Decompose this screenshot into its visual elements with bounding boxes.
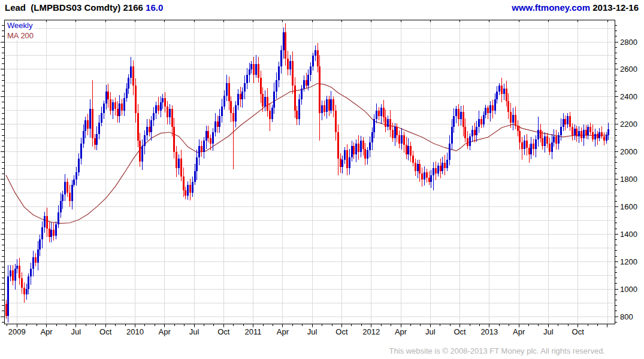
candle-body (512, 115, 514, 123)
candle-body (544, 136, 546, 146)
candle-body (419, 164, 421, 174)
candle-body (587, 127, 589, 135)
candle-body (530, 144, 532, 154)
candle-body (403, 135, 405, 145)
candle-body (569, 116, 571, 127)
copyright-text: This website is © 2008-2013 FT Money plc… (389, 346, 606, 355)
candle-body (73, 180, 75, 185)
ma-200-line (6, 84, 609, 224)
candle-body (283, 32, 285, 50)
candle-body (253, 64, 255, 75)
candle-body (187, 185, 189, 196)
candle-body (344, 150, 346, 160)
candle-body (64, 182, 66, 194)
candle-body (467, 138, 468, 147)
candle-body (462, 112, 464, 127)
candle-body (217, 121, 219, 127)
candle-body (528, 148, 530, 154)
candle-body (498, 86, 500, 91)
candle-body (141, 146, 143, 161)
price-chart: 8001000120014001600180020002200240026002… (0, 0, 644, 359)
candle-body (594, 134, 596, 139)
x-tick-label: Jul (71, 327, 81, 336)
candle-body (178, 159, 180, 168)
candle-body (332, 99, 334, 110)
candle-body (501, 86, 503, 94)
candle-body (603, 136, 605, 141)
candle-body (517, 126, 519, 131)
candle-body (144, 135, 146, 146)
candle-body (317, 50, 319, 67)
candle-body (260, 78, 262, 95)
x-tick-label: 2013 (480, 327, 498, 336)
candle-body (483, 115, 485, 124)
candle-body (280, 50, 282, 67)
candle-body (180, 159, 182, 177)
candle-body (201, 146, 202, 151)
y-tick-label: 2400 (620, 92, 637, 101)
x-tick-label: 2010 (126, 327, 144, 336)
x-tick-label: Apr (40, 327, 53, 336)
candle-body (69, 193, 71, 201)
candle-body (146, 127, 148, 135)
candle-body (489, 105, 491, 114)
candle-body (328, 99, 330, 110)
candle-body (506, 89, 507, 101)
candle-body (14, 269, 16, 281)
candle-body (94, 138, 96, 145)
candle-body (364, 149, 366, 159)
candle-body (264, 97, 266, 107)
candle-body (471, 130, 473, 136)
candle-body (367, 150, 368, 159)
candle-body (171, 109, 173, 127)
candle-body (430, 175, 432, 182)
candle-body (230, 101, 232, 114)
candle-body (126, 89, 128, 98)
candle-body (496, 92, 498, 100)
candle-body (107, 92, 109, 100)
y-axis-labels: 8001000120014001600180020002200240026002… (620, 38, 637, 321)
candle-body (153, 113, 155, 120)
candle-body (121, 104, 123, 110)
candle-body (75, 172, 77, 179)
candle-body (167, 107, 168, 117)
candle-body (426, 172, 428, 178)
candle-body (319, 66, 321, 113)
candle-body (292, 61, 294, 86)
x-tick-label: Jul (425, 327, 436, 336)
x-tick-label: Apr (277, 327, 289, 336)
candle-body (35, 257, 37, 263)
candle-body (392, 130, 394, 138)
candle-body (564, 119, 566, 124)
candle-body (44, 216, 46, 227)
candle-body (12, 270, 14, 281)
candle-body (323, 105, 325, 112)
candle-body (278, 66, 280, 80)
candle-body (519, 131, 521, 142)
candle-body (23, 288, 25, 294)
candle-body (92, 109, 93, 138)
candle-body (207, 131, 209, 138)
x-tick-label: 2009 (8, 327, 26, 336)
candle-body (424, 172, 425, 179)
candle-body (407, 146, 409, 154)
candle-body (492, 105, 494, 111)
y-tick-label: 1000 (620, 285, 637, 294)
candle-body (287, 59, 289, 69)
candle-body (10, 270, 11, 276)
x-tick-label: Oct (572, 327, 585, 336)
plot-border (4, 20, 615, 324)
candle-body (132, 66, 134, 86)
candle-body (49, 229, 50, 237)
candle-body (410, 146, 412, 156)
candle-body (510, 112, 512, 123)
candle-body (26, 289, 28, 294)
y-tick-label: 1200 (620, 257, 637, 266)
candle-body (487, 108, 489, 113)
candle-body (205, 131, 207, 141)
candle-body (476, 127, 477, 135)
chart-page: Lead (LMPBDS03 Comdty) 2166 16.0 www.ftm… (0, 0, 644, 359)
candle-body (446, 160, 448, 168)
candle-body (198, 146, 200, 157)
candle-body (16, 266, 18, 269)
